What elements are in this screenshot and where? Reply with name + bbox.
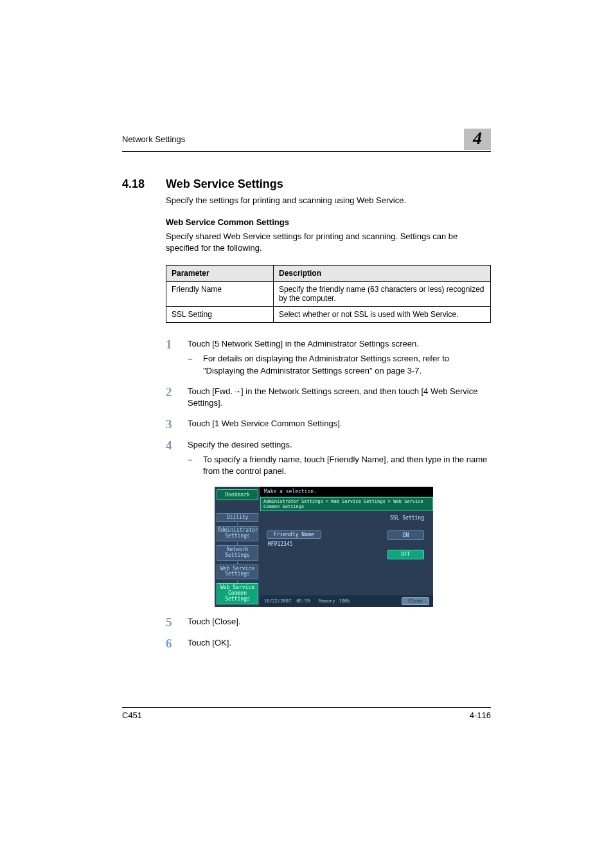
table-row: Specify the friendly name (63 characters… <box>274 282 491 307</box>
table-row: SSL Setting <box>166 307 274 323</box>
close-button[interactable]: Close <box>402 597 429 605</box>
parameter-table: Parameter Description Friendly Name Spec… <box>166 265 491 323</box>
touchscreen-message: Make a selection. <box>260 487 433 497</box>
step-number: 4 <box>166 438 188 451</box>
section-title: Web Service Settings <box>166 177 283 191</box>
subsection-title: Web Service Common Settings <box>166 217 491 227</box>
step-subtext: For details on displaying the Administra… <box>203 353 491 376</box>
ssl-setting-label: SSL Setting <box>390 515 424 521</box>
nav-network-button[interactable]: Network Settings <box>217 545 258 561</box>
table-row: Friendly Name <box>166 282 274 307</box>
memory-value: 100% <box>339 599 350 604</box>
th-parameter: Parameter <box>166 266 274 282</box>
memory-label: Memory <box>319 599 335 604</box>
bookmark-button[interactable]: Bookmark <box>217 489 258 500</box>
chapter-number-badge: 4 <box>464 129 491 150</box>
touchscreen-time: 09:59 <box>296 599 310 604</box>
nav-utility-button[interactable]: Utility <box>217 513 258 523</box>
th-description: Description <box>274 266 491 282</box>
friendly-name-value: MFP12345 <box>268 541 427 547</box>
step-text: Touch [Fwd.→] in the Network Settings sc… <box>188 384 491 409</box>
subsection-desc: Specify shared Web Service settings for … <box>166 231 491 253</box>
section-intro: Specify the settings for printing and sc… <box>166 195 491 206</box>
nav-webservice-button[interactable]: Web Service Settings <box>217 565 258 580</box>
ssl-on-button[interactable]: ON <box>387 530 424 540</box>
running-title: Network Settings <box>122 134 464 144</box>
bullet-dash: – <box>188 454 203 477</box>
table-row: Select whether or not SSL is used with W… <box>274 307 491 323</box>
step-subtext: To specify a friendly name, touch [Frien… <box>203 454 491 477</box>
step-number: 6 <box>166 636 188 649</box>
footer-model: C451 <box>122 710 470 720</box>
step-text: Touch [1 Web Service Common Settings]. <box>188 417 491 430</box>
step-number: 3 <box>166 417 188 430</box>
touchscreen-date: 10/22/2007 <box>264 599 291 604</box>
section-number: 4.18 <box>122 177 166 191</box>
step-number: 1 <box>166 337 188 350</box>
touchscreen-figure: Bookmark Utility ↓ Administrator Setting… <box>215 487 433 607</box>
breadcrumb: Administrator Settings > Web Service Set… <box>260 497 433 511</box>
step-text: Specify the desired settings. <box>188 438 491 451</box>
ssl-off-button[interactable]: OFF <box>387 550 424 559</box>
step-text: Touch [Close]. <box>188 615 491 628</box>
nav-admin-button[interactable]: Administrator Settings <box>217 526 258 541</box>
step-text: Touch [OK]. <box>188 636 491 649</box>
step-text: Touch [5 Network Setting] in the Adminis… <box>188 337 491 350</box>
step-number: 2 <box>166 384 188 409</box>
nav-common-settings-button[interactable]: Web Service Common Settings <box>217 583 258 604</box>
footer-page: 4-116 <box>470 710 491 720</box>
friendly-name-button[interactable]: Friendly Name <box>267 530 321 539</box>
bullet-dash: – <box>188 353 203 376</box>
step-number: 5 <box>166 615 188 628</box>
